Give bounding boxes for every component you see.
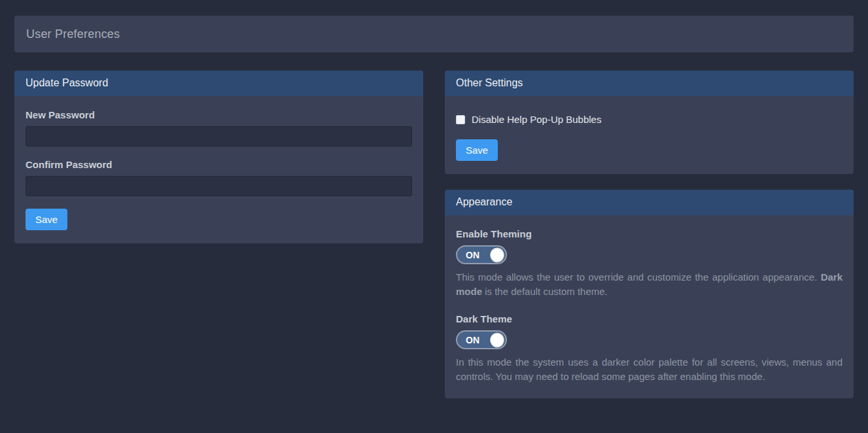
- left-column: Update Password New Password Confirm Pas…: [14, 71, 423, 243]
- dark-theme-label: Dark Theme: [456, 313, 842, 324]
- update-password-panel: Update Password New Password Confirm Pas…: [14, 71, 423, 243]
- disable-help-popup-row: Disable Help Pop-Up Bubbles: [456, 114, 842, 125]
- enable-theming-description-part1: This mode allows the user to override an…: [456, 271, 821, 283]
- enable-theming-toggle-state: ON: [466, 250, 479, 260]
- right-column: Other Settings Disable Help Pop-Up Bubbl…: [445, 71, 854, 398]
- update-password-panel-title: Update Password: [14, 71, 423, 96]
- appearance-panel-body: Enable Theming ON This mode allows the u…: [445, 215, 854, 398]
- page-title: User Preferences: [26, 27, 120, 41]
- appearance-panel: Appearance Enable Theming ON This mode a…: [445, 190, 854, 398]
- disable-help-popup-label[interactable]: Disable Help Pop-Up Bubbles: [472, 114, 601, 125]
- dark-theme-description-part1: In this mode the system uses a darker co…: [456, 356, 842, 382]
- confirm-password-label: Confirm Password: [26, 159, 412, 170]
- user-preferences-page: User Preferences Update Password New Pas…: [0, 0, 868, 433]
- confirm-password-input[interactable]: [26, 176, 412, 196]
- dark-theme-toggle-state: ON: [466, 335, 479, 345]
- new-password-label: New Password: [26, 109, 412, 120]
- disable-help-popup-checkbox[interactable]: [456, 115, 465, 124]
- other-settings-panel: Other Settings Disable Help Pop-Up Bubbl…: [445, 71, 854, 174]
- content-columns: Update Password New Password Confirm Pas…: [14, 71, 854, 398]
- enable-theming-description-part2: is the default custom theme.: [482, 286, 608, 297]
- enable-theming-label: Enable Theming: [456, 228, 842, 239]
- toggle-knob-icon: [490, 332, 504, 347]
- other-settings-panel-body: Disable Help Pop-Up Bubbles Save: [445, 96, 854, 174]
- page-title-bar: User Preferences: [14, 16, 854, 52]
- enable-theming-description: This mode allows the user to override an…: [456, 270, 842, 299]
- other-settings-panel-title: Other Settings: [445, 71, 854, 96]
- update-password-panel-body: New Password Confirm Password Save: [14, 96, 423, 243]
- toggle-knob-icon: [490, 247, 504, 262]
- appearance-panel-title: Appearance: [445, 190, 854, 215]
- update-password-save-button[interactable]: Save: [26, 209, 67, 230]
- other-settings-save-button[interactable]: Save: [456, 139, 498, 161]
- dark-theme-description: In this mode the system uses a darker co…: [456, 355, 842, 384]
- new-password-input[interactable]: [26, 126, 412, 147]
- enable-theming-toggle[interactable]: ON: [456, 245, 507, 264]
- dark-theme-setting: Dark Theme ON In this mode the system us…: [456, 313, 842, 384]
- dark-theme-toggle[interactable]: ON: [456, 330, 507, 349]
- enable-theming-setting: Enable Theming ON This mode allows the u…: [456, 228, 842, 299]
